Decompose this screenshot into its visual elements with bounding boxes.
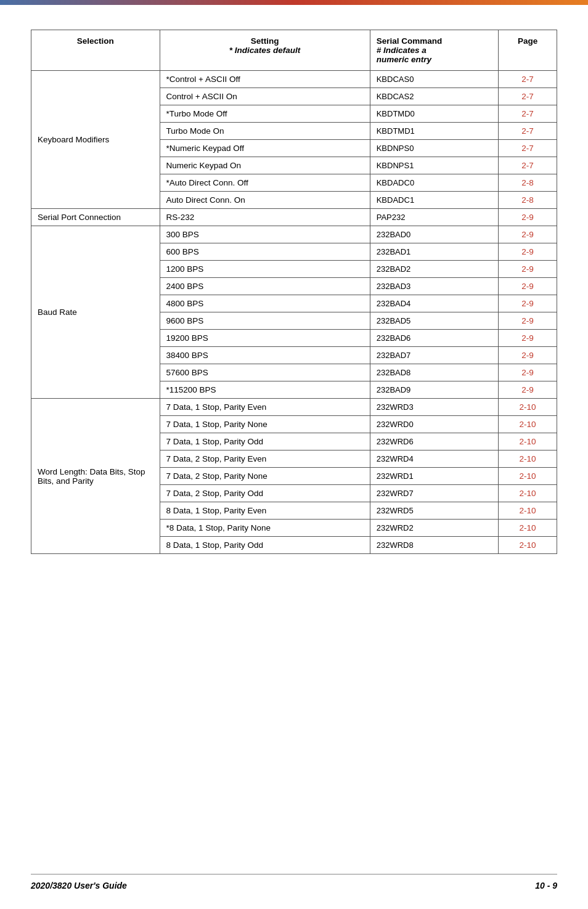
page-cell: 2-10	[499, 468, 557, 485]
page-cell: 2-9	[499, 261, 557, 278]
serial-cell: 232BAD9	[370, 381, 499, 399]
page-cell: 2-8	[499, 174, 557, 192]
serial-cell: 232WRD3	[370, 399, 499, 416]
page-cell: 2-10	[499, 520, 557, 537]
setting-cell: 9600 BPS	[160, 312, 370, 330]
setting-cell: 8 Data, 1 Stop, Parity Even	[160, 502, 370, 520]
setting-cell: 300 BPS	[160, 226, 370, 243]
setting-cell: Turbo Mode On	[160, 123, 370, 140]
serial-cell: KBDCAS0	[370, 71, 499, 88]
table-body: Keyboard Modifiers*Control + ASCII OffKB…	[31, 71, 557, 554]
selection-cell: Serial Port Connection	[31, 209, 160, 226]
serial-cell: 232BAD5	[370, 312, 499, 330]
setting-cell: 57600 BPS	[160, 364, 370, 381]
serial-cell: 232WRD0	[370, 416, 499, 433]
serial-cell: 232WRD1	[370, 468, 499, 485]
setting-cell: Control + ASCII On	[160, 88, 370, 105]
page-cell: 2-9	[499, 295, 557, 312]
setting-cell: Auto Direct Conn. On	[160, 192, 370, 209]
page-cell: 2-10	[499, 416, 557, 433]
page-cell: 2-10	[499, 450, 557, 468]
serial-cell: KBDADC1	[370, 192, 499, 209]
page-cell: 2-9	[499, 209, 557, 226]
serial-cell: PAP232	[370, 209, 499, 226]
serial-cell: 232BAD2	[370, 261, 499, 278]
page-cell: 2-9	[499, 347, 557, 364]
setting-cell: 7 Data, 1 Stop, Parity Even	[160, 399, 370, 416]
serial-cell: KBDNPS1	[370, 157, 499, 174]
page-cell: 2-9	[499, 381, 557, 399]
serial-cell: 232BAD0	[370, 226, 499, 243]
table-row: Baud Rate300 BPS232BAD02-9	[31, 226, 557, 243]
setting-cell: 7 Data, 2 Stop, Parity Even	[160, 450, 370, 468]
serial-cell: 232BAD6	[370, 330, 499, 347]
selection-cell: Keyboard Modifiers	[31, 71, 160, 209]
page-cell: 2-7	[499, 88, 557, 105]
serial-cell: 232BAD3	[370, 278, 499, 295]
setting-cell: Numeric Keypad On	[160, 157, 370, 174]
serial-cell: 232WRD4	[370, 450, 499, 468]
page-cell: 2-9	[499, 364, 557, 381]
setting-cell: 19200 BPS	[160, 330, 370, 347]
serial-cell: 232BAD7	[370, 347, 499, 364]
setting-cell: *Control + ASCII Off	[160, 71, 370, 88]
page-cell: 2-7	[499, 105, 557, 123]
setting-cell: *Turbo Mode Off	[160, 105, 370, 123]
page-cell: 2-10	[499, 433, 557, 450]
page-cell: 2-10	[499, 485, 557, 502]
setting-cell: *8 Data, 1 Stop, Parity None	[160, 520, 370, 537]
page-cell: 2-10	[499, 502, 557, 520]
header-selection: Selection	[31, 30, 160, 71]
setting-cell: 600 BPS	[160, 243, 370, 261]
page-cell: 2-7	[499, 157, 557, 174]
footer-left: 2020/3820 User's Guide	[31, 881, 127, 891]
setting-cell: 8 Data, 1 Stop, Parity Odd	[160, 537, 370, 554]
setting-cell: 7 Data, 1 Stop, Parity None	[160, 416, 370, 433]
header-setting: Setting * Indicates default	[160, 30, 370, 71]
page-cell: 2-9	[499, 226, 557, 243]
table-row: Keyboard Modifiers*Control + ASCII OffKB…	[31, 71, 557, 88]
setting-cell: *115200 BPS	[160, 381, 370, 399]
page-cell: 2-7	[499, 140, 557, 157]
page-cell: 2-7	[499, 71, 557, 88]
serial-cell: 232WRD6	[370, 433, 499, 450]
setting-cell: 7 Data, 2 Stop, Parity None	[160, 468, 370, 485]
page-cell: 2-7	[499, 123, 557, 140]
page-cell: 2-9	[499, 243, 557, 261]
page-cell: 2-9	[499, 330, 557, 347]
page-cell: 2-9	[499, 278, 557, 295]
serial-cell: 232WRD8	[370, 537, 499, 554]
page-cell: 2-9	[499, 312, 557, 330]
serial-cell: 232BAD8	[370, 364, 499, 381]
serial-cell: KBDADC0	[370, 174, 499, 192]
serial-cell: KBDCAS2	[370, 88, 499, 105]
setting-cell: 2400 BPS	[160, 278, 370, 295]
serial-cell: KBDTMD1	[370, 123, 499, 140]
setting-cell: 4800 BPS	[160, 295, 370, 312]
setting-cell: 7 Data, 1 Stop, Parity Odd	[160, 433, 370, 450]
selection-cell: Word Length: Data Bits, Stop Bits, and P…	[31, 399, 160, 554]
setting-cell: *Numeric Keypad Off	[160, 140, 370, 157]
page-cell: 2-10	[499, 537, 557, 554]
page-content: Selection Setting * Indicates default Se…	[0, 5, 588, 591]
top-bar	[0, 0, 588, 5]
serial-cell: 232WRD5	[370, 502, 499, 520]
page-cell: 2-8	[499, 192, 557, 209]
main-table: Selection Setting * Indicates default Se…	[31, 30, 557, 554]
serial-cell: KBDTMD0	[370, 105, 499, 123]
header-page: Page	[499, 30, 557, 71]
serial-cell: 232BAD4	[370, 295, 499, 312]
setting-cell: RS-232	[160, 209, 370, 226]
footer: 2020/3820 User's Guide 10 - 9	[31, 874, 557, 891]
setting-cell: 38400 BPS	[160, 347, 370, 364]
serial-cell: 232WRD7	[370, 485, 499, 502]
serial-cell: 232BAD1	[370, 243, 499, 261]
table-row: Serial Port ConnectionRS-232PAP2322-9	[31, 209, 557, 226]
selection-cell: Baud Rate	[31, 226, 160, 399]
header-serial: Serial Command # Indicates a numeric ent…	[370, 30, 499, 71]
serial-cell: KBDNPS0	[370, 140, 499, 157]
table-header-row: Selection Setting * Indicates default Se…	[31, 30, 557, 71]
footer-right: 10 - 9	[535, 881, 557, 891]
setting-cell: 7 Data, 2 Stop, Parity Odd	[160, 485, 370, 502]
setting-cell: 1200 BPS	[160, 261, 370, 278]
